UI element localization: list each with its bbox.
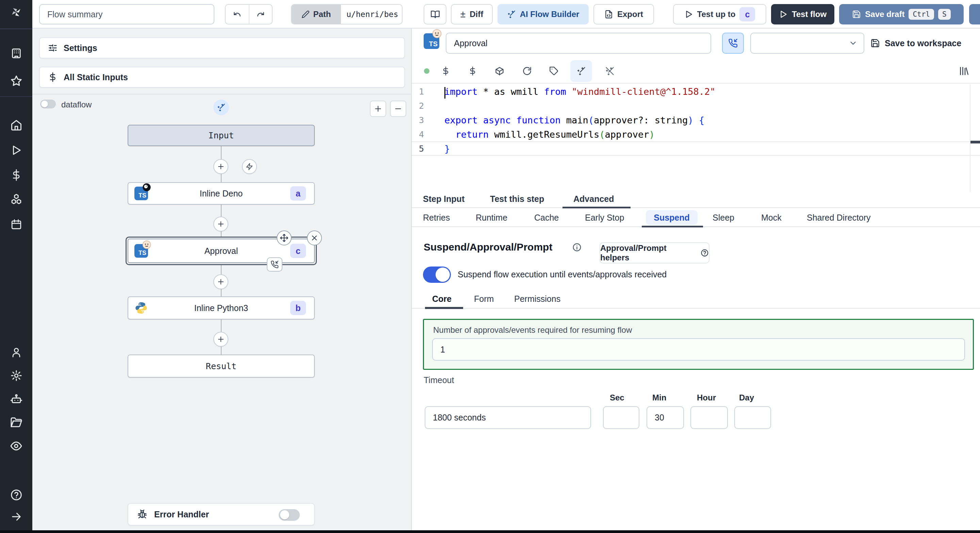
settings-gear-icon[interactable] [10, 369, 22, 382]
result-node[interactable]: Result [127, 355, 315, 378]
kbd-ctrl: Ctrl [908, 9, 934, 20]
save-draft-button[interactable]: Save draft Ctrl S [839, 4, 964, 24]
flow-summary-input[interactable] [39, 4, 215, 24]
code-line[interactable]: 2 [412, 98, 980, 113]
test-up-to-button[interactable]: Test up to c [673, 4, 766, 24]
script-version-select[interactable] [750, 33, 864, 54]
approvals-required-input[interactable] [432, 338, 965, 361]
workers-robot-icon[interactable] [10, 393, 22, 405]
docs-button[interactable] [424, 4, 447, 24]
schedules-calendar-icon[interactable] [10, 218, 22, 230]
timeout-hour-input[interactable] [690, 406, 728, 429]
timeout-total-input[interactable] [425, 406, 591, 429]
ai-step-wand-button[interactable] [213, 100, 229, 115]
tab-test-this-step[interactable]: Test this step [490, 194, 544, 204]
add-step-button[interactable] [213, 332, 228, 347]
code-editor[interactable]: 1import * as wmill from "windmill-client… [412, 84, 980, 192]
panel-divider [32, 94, 412, 95]
redo-button[interactable] [249, 5, 272, 24]
runs-play-icon[interactable] [10, 144, 22, 156]
subtab-shared-directory[interactable]: Shared Directory [807, 213, 871, 223]
timeout-min-input[interactable] [646, 406, 684, 429]
timeout-day-input[interactable] [734, 406, 771, 429]
add-step-button[interactable] [213, 274, 228, 289]
zoom-out-button[interactable] [390, 101, 406, 117]
pencil-icon [301, 10, 310, 18]
step-node-deno[interactable]: TS Inline Deno a [127, 182, 315, 205]
subtab-runtime[interactable]: Runtime [476, 213, 508, 223]
variables-dollar-icon[interactable] [10, 168, 22, 181]
workspace-icon[interactable] [10, 47, 22, 59]
all-static-inputs-button[interactable]: All Static Inputs [39, 67, 405, 88]
step-title-input[interactable] [446, 33, 711, 54]
test-flow-button[interactable]: Test flow [771, 4, 834, 24]
suspend-toggle[interactable] [423, 266, 451, 283]
undo-button[interactable] [226, 5, 249, 24]
deploy-button-partial[interactable] [969, 4, 980, 24]
step-node-python[interactable]: Inline Python3 b [127, 297, 315, 319]
tab-form[interactable]: Form [474, 294, 494, 304]
dataflow-toggle[interactable] [40, 100, 56, 108]
audit-eye-icon[interactable] [10, 439, 22, 452]
ai-assistant-wand-button[interactable] [570, 60, 592, 82]
code-line[interactable]: 1import * as wmill from "windmill-client… [412, 84, 980, 98]
plus-icon [217, 278, 225, 286]
users-icon[interactable] [10, 346, 22, 359]
subtab-sleep[interactable]: Sleep [713, 213, 734, 223]
subtab-retries[interactable]: Retries [423, 213, 450, 223]
export-button[interactable]: Export [593, 4, 654, 24]
home-icon[interactable] [10, 119, 22, 131]
move-step-button[interactable] [277, 230, 292, 246]
error-handler-card[interactable]: Error Handler [127, 503, 315, 525]
tab-core-active[interactable]: Core [432, 294, 452, 304]
add-trigger-button[interactable] [242, 159, 257, 174]
phone-incoming-icon [728, 38, 738, 48]
timeout-sec-input[interactable] [603, 406, 640, 429]
code-line[interactable]: 4 return wmill.getResumeUrls(approver) [412, 127, 980, 141]
add-step-button[interactable] [213, 159, 228, 174]
windmill-logo[interactable] [10, 6, 22, 19]
line-number: 3 [412, 115, 424, 125]
subtab-early-stop[interactable]: Early Stop [585, 213, 624, 223]
subtab-cache[interactable]: Cache [534, 213, 559, 223]
code-line[interactable]: 3export async function main(approver?: s… [412, 113, 980, 127]
library-icon[interactable] [958, 65, 969, 77]
wand-sparkles-icon [507, 10, 516, 19]
test-args-dollar-icon[interactable] [441, 66, 451, 76]
suspend-phone-button[interactable] [722, 33, 744, 54]
input-node[interactable]: Input [127, 125, 315, 146]
tag-icon[interactable] [549, 66, 559, 76]
flow-settings-label: Settings [64, 43, 97, 53]
info-icon[interactable] [572, 243, 582, 252]
reload-icon[interactable] [522, 66, 532, 76]
favorites-star-icon[interactable] [10, 75, 22, 87]
package-icon[interactable] [495, 66, 504, 76]
path-button[interactable]: Path u/henri/bes [291, 4, 402, 24]
tab-permissions[interactable]: Permissions [514, 294, 560, 304]
folders-icon[interactable] [10, 416, 22, 429]
flow-settings-button[interactable]: Settings [39, 37, 405, 59]
delete-step-button[interactable] [307, 230, 322, 246]
helpers-label: Approval/Prompt helpers [600, 243, 697, 262]
code-line[interactable]: 5} [412, 141, 980, 156]
zoom-in-button[interactable] [370, 101, 386, 117]
subtab-suspend-active[interactable]: Suspend [646, 210, 698, 225]
approval-prompt-helpers-button[interactable]: Approval/Prompt helpers [600, 243, 710, 263]
subtab-mock[interactable]: Mock [761, 213, 782, 223]
help-icon[interactable] [10, 489, 22, 501]
step-node-label: Inline Python3 [194, 303, 248, 313]
error-handler-toggle[interactable] [279, 509, 300, 521]
diff-button[interactable]: ± Diff [451, 4, 493, 24]
tab-advanced[interactable]: Advanced [573, 194, 614, 204]
add-step-button[interactable] [213, 217, 228, 232]
save-to-workspace-button[interactable]: Save to workspace [870, 35, 961, 51]
ai-flow-builder-button[interactable]: AI Flow Builder [498, 4, 589, 24]
collapse-arrow-right-icon[interactable] [10, 510, 22, 523]
resources-cubes-icon[interactable] [10, 193, 22, 206]
tab-step-input[interactable]: Step Input [423, 194, 465, 204]
step-id-badge: c [740, 7, 755, 21]
vars-dollar-icon[interactable] [468, 66, 478, 76]
wand-off-icon[interactable] [605, 66, 615, 76]
approval-face-icon [432, 29, 442, 39]
approval-phone-badge[interactable] [267, 257, 282, 271]
